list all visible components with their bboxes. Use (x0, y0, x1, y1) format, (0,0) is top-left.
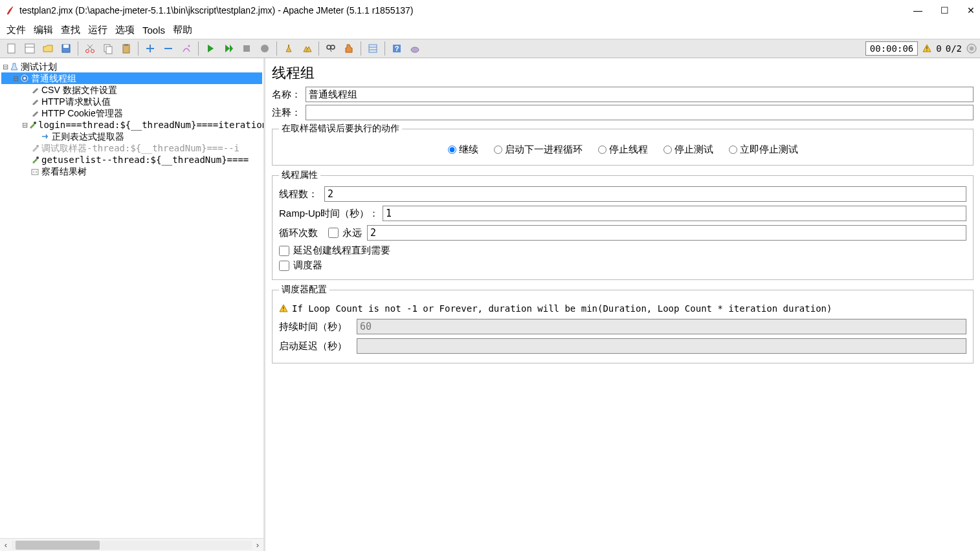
scroll-thumb[interactable] (16, 541, 100, 550)
scheduler-label: 调度器 (293, 259, 322, 272)
svg-rect-4 (63, 45, 69, 48)
loop-input[interactable] (367, 225, 966, 241)
help-button[interactable]: ? (388, 41, 405, 56)
rampup-label: Ramp-Up时间（秒）： (279, 208, 383, 220)
radio-stop-thread[interactable]: 停止线程 (598, 144, 648, 156)
svg-point-36 (36, 157, 39, 159)
svg-point-35 (36, 145, 39, 147)
radio-stop-test[interactable]: 停止测试 (663, 144, 713, 156)
menu-edit[interactable]: 编辑 (31, 23, 56, 38)
svg-rect-37 (32, 169, 38, 175)
flask-icon (9, 61, 19, 72)
menu-file[interactable]: 文件 (4, 23, 28, 38)
copy-button[interactable] (100, 41, 117, 56)
clear-all-button[interactable] (298, 41, 315, 56)
menu-run[interactable]: 运行 (85, 23, 110, 38)
rampup-input[interactable] (383, 206, 966, 221)
minimize-button[interactable]: — (913, 5, 922, 16)
comment-label: 注释： (272, 107, 306, 119)
menu-options[interactable]: 选项 (113, 23, 137, 38)
titlebar: testplan2.jmx (D:\apache-jmeter-5.1.1\bi… (0, 0, 980, 21)
svg-point-38 (33, 171, 34, 173)
start-no-timers-button[interactable] (220, 41, 237, 56)
tree-label: login===thread:${__threadNum}====iterati… (38, 119, 263, 131)
svg-rect-0 (8, 44, 15, 53)
name-label: 名称： (272, 89, 306, 101)
tree-label: 正则表达式提取器 (52, 131, 124, 142)
templates-button[interactable] (21, 41, 38, 56)
svg-text:!: ! (926, 46, 929, 52)
open-button[interactable] (39, 41, 56, 56)
radio-continue[interactable]: 继续 (448, 144, 478, 156)
forever-checkbox[interactable] (328, 228, 339, 238)
svg-rect-17 (243, 45, 250, 52)
maximize-button[interactable]: ☐ (941, 5, 949, 16)
name-input[interactable] (306, 87, 974, 102)
threads-label: 线程数： (279, 188, 324, 200)
svg-point-20 (327, 45, 331, 49)
radio-stop-now[interactable]: 立即停止测试 (729, 144, 798, 156)
scheduler-checkbox[interactable] (279, 261, 289, 271)
svg-point-33 (23, 77, 26, 80)
delay-create-checkbox[interactable] (279, 246, 289, 256)
menu-search[interactable]: 查找 (58, 23, 83, 38)
tree-view-results[interactable]: 察看结果树 (1, 166, 262, 177)
stop-button[interactable] (238, 41, 255, 56)
thread-count: 0/2 (946, 43, 962, 54)
toggle-button[interactable] (178, 41, 195, 56)
tree-label: 测试计划 (21, 61, 57, 72)
svg-point-28 (411, 47, 419, 52)
wrench-icon (30, 96, 40, 107)
radio-next-loop[interactable]: 启动下一进程循环 (494, 144, 583, 156)
test-plan-tree[interactable]: ⊟ 测试计划 ⊟ 普通线程组 CSV 数据文件设置 HTTP请求默认值 (0, 58, 263, 538)
dropper-icon (28, 120, 37, 130)
heap-button[interactable] (406, 41, 423, 56)
svg-point-39 (36, 171, 37, 173)
scroll-left-icon[interactable]: ‹ (0, 539, 12, 551)
expand-button[interactable] (142, 41, 159, 56)
startup-delay-label: 启动延迟（秒） (279, 340, 357, 352)
tree-csv-config[interactable]: CSV 数据文件设置 (1, 84, 262, 96)
search-button[interactable] (322, 41, 339, 56)
tree-login-sampler[interactable]: ⊟ login===thread:${__threadNum}====itera… (1, 119, 262, 131)
menu-tools[interactable]: Tools (140, 23, 168, 37)
duration-label: 持续时间（秒） (279, 321, 357, 333)
close-button[interactable]: ✕ (967, 5, 975, 16)
warning-count: 0 (936, 43, 941, 54)
tree-getuserlist-sampler[interactable]: getuserlist--thread:${__threadNum}==== (1, 154, 262, 166)
workarea: ⊟ 测试计划 ⊟ 普通线程组 CSV 数据文件设置 HTTP请求默认值 (0, 58, 980, 551)
dropper-icon (30, 155, 40, 165)
shutdown-button[interactable] (256, 41, 273, 56)
panel-title: 线程组 (272, 63, 974, 83)
tree-cookie-manager[interactable]: HTTP Cookie管理器 (1, 107, 262, 119)
svg-point-21 (331, 45, 335, 49)
tree-hscrollbar[interactable]: ‹ › (0, 538, 263, 551)
window-title: testplan2.jmx (D:\apache-jmeter-5.1.1\bi… (19, 5, 913, 16)
reset-search-button[interactable] (340, 41, 357, 56)
comment-input[interactable] (306, 105, 974, 120)
tree-thread-group[interactable]: ⊟ 普通线程组 (1, 72, 262, 84)
save-button[interactable] (58, 41, 74, 56)
scroll-right-icon[interactable]: › (252, 539, 263, 551)
paste-button[interactable] (118, 41, 135, 56)
start-button[interactable] (202, 41, 219, 56)
svg-point-6 (91, 50, 95, 53)
tree-regex-extractor[interactable]: 正则表达式提取器 (1, 131, 262, 142)
thread-props-legend: 线程属性 (279, 169, 320, 181)
new-button[interactable] (3, 41, 20, 56)
function-helper-button[interactable] (364, 41, 381, 56)
tree-debug-sampler[interactable]: 调试取样器-thread:${__threadNum}===--i (1, 142, 262, 154)
threads-input[interactable] (324, 186, 966, 202)
tree-label: 普通线程组 (31, 72, 76, 84)
tree-test-plan[interactable]: ⊟ 测试计划 (1, 61, 262, 72)
status-area: 00:00:06 ! 0 0/2 (865, 41, 977, 56)
thread-group-panel: 线程组 名称： 注释： 在取样器错误后要执行的动作 继续 启动下一进程循环 停止… (265, 58, 980, 551)
tree-label: 察看结果树 (41, 166, 87, 177)
menu-help[interactable]: 帮助 (170, 23, 195, 38)
thread-properties-group: 线程属性 线程数： Ramp-Up时间（秒）： 循环次数 永远 延迟创建线程直到… (272, 169, 974, 280)
tree-http-defaults[interactable]: HTTP请求默认值 (1, 96, 262, 107)
cut-button[interactable] (82, 41, 98, 56)
clear-button[interactable] (280, 41, 297, 56)
collapse-button[interactable] (160, 41, 177, 56)
results-icon (30, 166, 40, 177)
